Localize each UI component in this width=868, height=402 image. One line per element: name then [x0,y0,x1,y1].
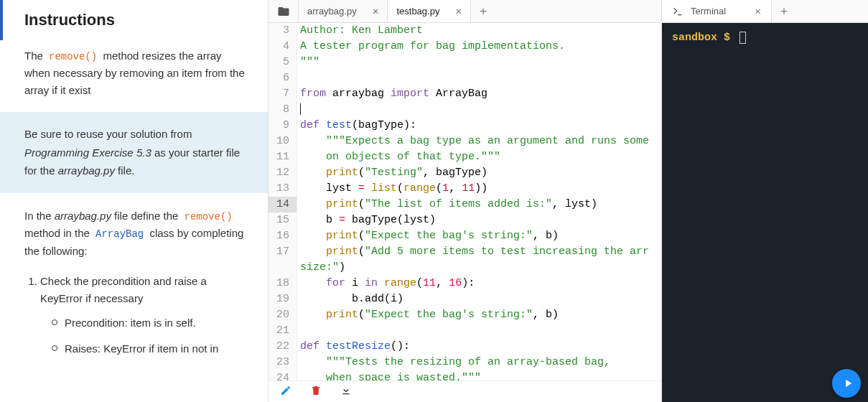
code-line[interactable]: 6 [269,70,661,86]
line-number: 12 [269,165,297,181]
delete-button[interactable] [310,385,322,398]
code-line[interactable]: 14 print("The list of items added is:", … [269,197,661,212]
close-icon[interactable]: × [455,5,462,17]
line-number: 4 [269,39,297,55]
code-content[interactable] [297,70,300,86]
line-number: 6 [269,70,297,86]
code-content[interactable]: print("Expect the bag's string:", b) [297,307,559,323]
code-line[interactable]: 23 """Tests the resizing of an array-bas… [269,355,661,370]
step-1-sublist: Precondition: item is in self. Raises: K… [40,314,246,357]
code-line[interactable]: 21 [269,323,661,339]
terminal-tab[interactable]: Terminal × [662,0,772,22]
code-content[interactable]: """ [297,55,319,70]
code-content[interactable]: def testResize(): [297,339,410,355]
code-content[interactable]: print("Expect the bag's string:", b) [297,228,559,244]
code-line[interactable]: 13 lyst = list(range(1, 11)) [269,181,661,197]
terminal-cursor [739,32,746,44]
line-number: 17 [269,244,297,260]
line-number: 8 [269,102,297,118]
line-number: 16 [269,228,297,244]
line-number: 18 [269,276,297,291]
code-content[interactable]: A tester program for bag implementations… [297,39,565,55]
code-line[interactable]: 11 on objects of that type.""" [269,149,661,165]
terminal-tabs: Terminal × + [662,0,868,23]
tab-label: arraybag.py [307,6,357,17]
edit-button[interactable] [280,385,291,398]
code-content[interactable] [297,323,300,339]
run-button[interactable] [832,369,861,398]
add-tab-button[interactable]: + [471,0,495,22]
terminal-tab-label: Terminal [691,6,726,17]
line-number: 22 [269,339,297,355]
instructions-title: Instructions [24,11,246,29]
code-line[interactable]: 17 print("Add 5 more items to test incre… [269,244,661,260]
line-number: 19 [269,291,297,307]
sub-precondition: Precondition: item is in self. [49,314,246,332]
code-line[interactable]: 5""" [269,55,661,70]
code-content[interactable]: print("The list of items added is:", lys… [297,197,597,212]
code-content[interactable]: print("Testing", bagType) [297,165,487,181]
code-content[interactable]: on objects of that type.""" [297,149,500,165]
terminal-body[interactable]: sandbox $ [662,23,868,402]
code-editor[interactable]: 3Author: Ken Lambert4A tester program fo… [269,23,661,380]
code-content[interactable]: def test(bagType): [297,118,416,134]
code-content[interactable]: """Tests the resizing of an array-based … [297,355,610,370]
line-number: 3 [269,23,297,39]
code-line[interactable]: 12 print("Testing", bagType) [269,165,661,181]
line-number: 14 [269,197,297,212]
code-content[interactable]: print("Add 5 more items to test increasi… [297,244,649,260]
line-number: 13 [269,181,297,197]
download-button[interactable] [340,385,352,398]
line-number: 9 [269,118,297,134]
code-content[interactable]: when space is wasted.""" [297,370,481,380]
code-line[interactable]: 9def test(bagType): [269,118,661,134]
code-line[interactable]: 3Author: Ken Lambert [269,23,661,39]
code-content[interactable]: from arraybag import ArrayBag [297,86,487,102]
code-line[interactable]: 8 [269,102,661,118]
tab-testbag[interactable]: testbag.py × [388,0,471,22]
line-number: 21 [269,323,297,339]
terminal-panel: Terminal × + sandbox $ [662,0,868,402]
editor-toolbar [269,380,661,402]
line-number: 5 [269,55,297,70]
instructions-steps: Check the precondition and raise a KeyEr… [24,273,246,357]
instructions-callout: Be sure to reuse your solution from Prog… [0,112,268,193]
play-icon [841,377,854,390]
code-content[interactable]: """Expects a bag type as an argument and… [297,134,649,149]
close-icon[interactable]: × [755,5,761,17]
code-line[interactable]: 18 for i in range(11, 16): [269,276,661,291]
code-line[interactable]: 4A tester program for bag implementation… [269,39,661,55]
terminal-prompt: sandbox $ [672,32,730,44]
code-content[interactable] [297,102,301,118]
close-icon[interactable]: × [373,5,379,17]
line-number: 10 [269,134,297,149]
code-line[interactable]: 7from arraybag import ArrayBag [269,86,661,102]
code-content[interactable]: b = bagType(lyst) [297,212,436,228]
step-1: Check the precondition and raise a KeyEr… [40,273,246,357]
editor-cursor [300,103,301,115]
code-line[interactable]: 15 b = bagType(lyst) [269,212,661,228]
code-content[interactable]: b.add(i) [297,291,403,307]
line-number: 24 [269,370,297,380]
code-content[interactable]: for i in range(11, 16): [297,276,475,291]
code-line[interactable]: 22def testResize(): [269,339,661,355]
line-number: 15 [269,212,297,228]
line-number: 11 [269,149,297,165]
code-line[interactable]: 16 print("Expect the bag's string:", b) [269,228,661,244]
code-line[interactable]: 19 b.add(i) [269,291,661,307]
code-line[interactable]: 10 """Expects a bag type as an argument … [269,134,661,149]
folder-button[interactable] [269,0,299,22]
line-number: 7 [269,86,297,102]
code-content[interactable]: lyst = list(range(1, 11)) [297,181,487,197]
instructions-body: The remove() method resizes the array wh… [0,40,268,382]
folder-icon [277,5,290,18]
tab-label: testbag.py [396,6,439,17]
code-content[interactable]: Author: Ken Lambert [297,23,423,39]
code-content[interactable]: size:") [297,260,345,276]
code-line[interactable]: 20 print("Expect the bag's string:", b) [269,307,661,323]
code-line[interactable]: 24 when space is wasted.""" [269,370,661,380]
code-arraybag: ArrayBag [93,228,146,240]
add-terminal-button[interactable]: + [772,0,796,22]
code-line[interactable]: size:") [269,260,661,276]
tab-arraybag[interactable]: arraybag.py × [299,0,388,22]
